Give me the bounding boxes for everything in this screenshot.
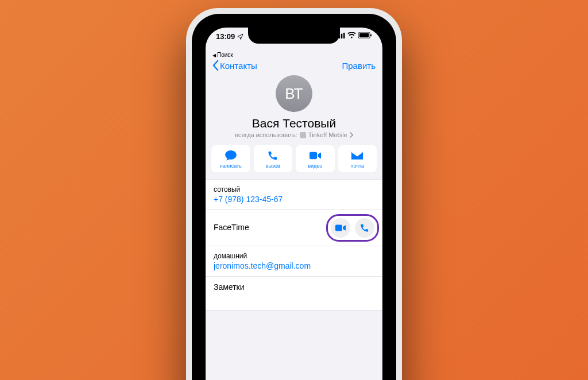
breadcrumb-arrow-icon: ◀ xyxy=(212,53,216,58)
carrier-chip-icon xyxy=(300,132,306,138)
nav-bar: Контакты Править xyxy=(206,58,382,74)
edit-button[interactable]: Править xyxy=(342,61,376,71)
action-buttons: написать вызов видео почта xyxy=(206,145,382,179)
phone-frame: 13:09 ◀Поиск Контакты Править xyxy=(186,8,402,380)
phone-icon xyxy=(267,150,278,161)
notch xyxy=(248,28,340,44)
svg-rect-6 xyxy=(370,34,372,37)
phone-row[interactable]: сотовый +7 (978) 123-45-67 xyxy=(206,180,382,210)
video-icon xyxy=(310,150,321,161)
avatar: ВТ xyxy=(276,75,312,112)
phone-bezel: 13:09 ◀Поиск Контакты Править xyxy=(192,14,396,380)
screen: 13:09 ◀Поиск Контакты Править xyxy=(206,28,382,380)
call-button[interactable]: вызов xyxy=(254,145,293,172)
chevron-right-icon xyxy=(350,132,353,138)
always-use-row[interactable]: всегда использовать: Tinkoff Mobile xyxy=(206,131,382,138)
battery-icon xyxy=(358,32,372,38)
svg-rect-8 xyxy=(335,224,342,231)
email-row[interactable]: домашний jeronimos.tech@gmail.com xyxy=(206,246,382,277)
breadcrumb-return[interactable]: ◀Поиск xyxy=(206,52,382,58)
facetime-video-button[interactable] xyxy=(331,218,350,238)
svg-rect-2 xyxy=(341,33,343,38)
facetime-audio-button[interactable] xyxy=(355,218,374,238)
location-arrow-icon xyxy=(237,33,243,40)
message-button[interactable]: написать xyxy=(211,145,250,172)
phone-icon xyxy=(360,223,369,232)
mail-button[interactable]: почта xyxy=(338,145,377,172)
svg-rect-3 xyxy=(343,33,345,38)
video-icon xyxy=(335,224,346,231)
video-button[interactable]: видео xyxy=(296,145,335,172)
back-button[interactable]: Контакты xyxy=(212,60,257,71)
facetime-row: FaceTime xyxy=(206,210,382,246)
mail-icon xyxy=(351,150,363,161)
contact-name: Вася Тестовый xyxy=(206,117,382,130)
svg-rect-7 xyxy=(310,152,317,159)
details-list: сотовый +7 (978) 123-45-67 FaceTime xyxy=(206,179,382,311)
notes-row[interactable]: Заметки xyxy=(206,277,382,311)
message-icon xyxy=(225,150,237,161)
svg-rect-5 xyxy=(359,33,369,37)
wifi-icon xyxy=(347,32,356,38)
status-time: 13:09 xyxy=(216,32,235,41)
chevron-left-icon xyxy=(212,60,219,71)
